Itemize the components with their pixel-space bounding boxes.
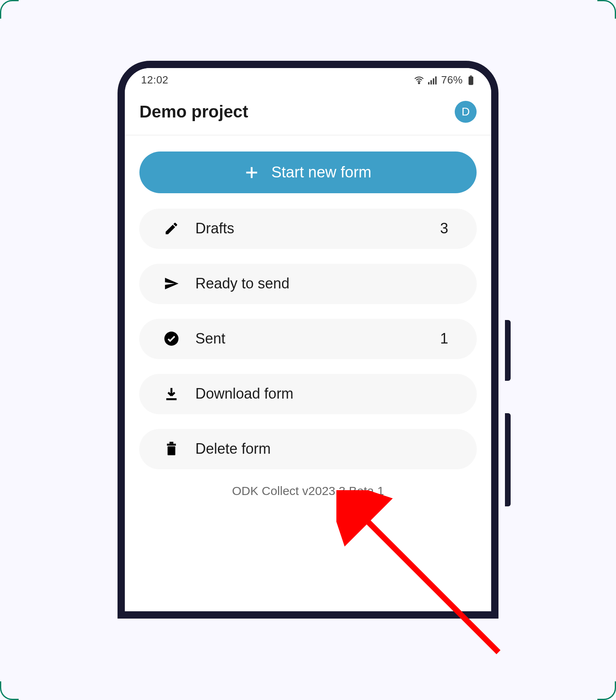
battery-icon [465,75,477,86]
download-form-button[interactable]: Download form [139,374,477,414]
svg-rect-4 [435,76,437,84]
project-title: Demo project [139,102,248,122]
signal-icon [427,75,438,86]
start-new-form-button[interactable]: Start new form [139,152,477,193]
svg-rect-5 [468,76,473,85]
delete-form-label: Delete form [195,440,452,457]
phone-side-button-1 [505,320,511,381]
status-battery-text: 76% [441,74,463,86]
send-icon [164,276,179,291]
svg-point-0 [419,82,420,83]
sent-label: Sent [195,330,424,347]
plus-icon [244,165,259,180]
pencil-icon [164,221,179,236]
version-text: ODK Collect v2023.3 Beta 1 [139,484,477,498]
drafts-count: 3 [440,220,452,237]
start-new-form-label: Start new form [271,164,371,181]
phone-frame: 12:02 76% Demo project D Start new form [118,61,498,619]
ready-to-send-label: Ready to send [195,275,452,292]
svg-rect-11 [167,444,176,446]
drafts-button[interactable]: Drafts 3 [139,209,477,248]
delete-form-button[interactable]: Delete form [139,429,477,469]
svg-rect-6 [470,75,472,76]
trash-icon [164,441,179,457]
svg-rect-1 [428,82,430,84]
download-icon [164,386,179,401]
status-bar: 12:02 76% [125,68,491,89]
svg-rect-10 [166,398,176,400]
sent-count: 1 [440,330,452,347]
svg-rect-3 [433,78,434,84]
svg-rect-13 [168,446,175,455]
download-form-label: Download form [195,385,452,402]
phone-side-button-2 [505,413,511,506]
drafts-label: Drafts [195,220,424,237]
ready-to-send-button[interactable]: Ready to send [139,264,477,303]
checkmark-circle-icon [164,331,179,346]
svg-rect-2 [431,80,432,85]
project-avatar[interactable]: D [455,101,477,123]
status-time: 12:02 [141,74,169,86]
wifi-icon [413,75,425,86]
svg-rect-12 [169,442,173,444]
sent-button[interactable]: Sent 1 [139,319,477,359]
